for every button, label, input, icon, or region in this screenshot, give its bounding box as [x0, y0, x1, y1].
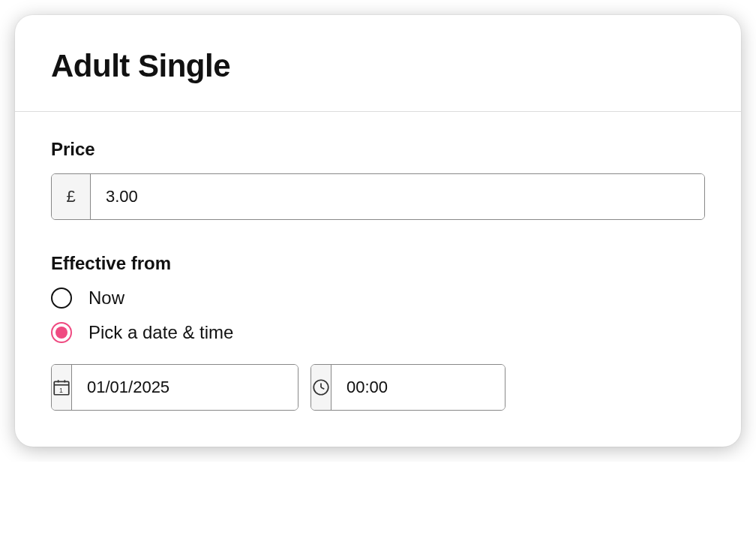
radio-option-pick[interactable]: Pick a date & time	[51, 322, 705, 343]
time-input-group	[310, 364, 506, 411]
calendar-icon-prefix: 1	[52, 365, 72, 410]
date-input[interactable]	[72, 365, 298, 410]
card-header: Adult Single	[15, 15, 741, 111]
radio-label-now: Now	[88, 288, 124, 309]
price-settings-card: Adult Single Price £ Effective from Now …	[15, 15, 741, 447]
time-input[interactable]	[332, 365, 506, 410]
price-label: Price	[51, 139, 705, 160]
svg-line-7	[321, 387, 324, 389]
card-title: Adult Single	[51, 48, 705, 84]
price-input-group: £	[51, 173, 705, 220]
price-input[interactable]	[91, 174, 704, 219]
svg-text:1: 1	[59, 387, 63, 394]
calendar-icon: 1	[52, 378, 71, 397]
clock-icon	[311, 378, 331, 397]
date-input-group: 1	[51, 364, 298, 411]
radio-indicator-pick	[51, 322, 72, 343]
clock-icon-prefix	[311, 365, 332, 410]
card-body: Price £ Effective from Now Pick a date &…	[15, 112, 741, 447]
radio-option-now[interactable]: Now	[51, 288, 705, 309]
radio-label-pick: Pick a date & time	[88, 322, 233, 343]
effective-from-label: Effective from	[51, 253, 705, 274]
radio-dot	[56, 327, 68, 339]
radio-indicator-now	[51, 288, 72, 309]
datetime-row: 1	[51, 364, 705, 411]
currency-prefix: £	[52, 174, 91, 219]
effective-radio-group: Now Pick a date & time	[51, 288, 705, 343]
